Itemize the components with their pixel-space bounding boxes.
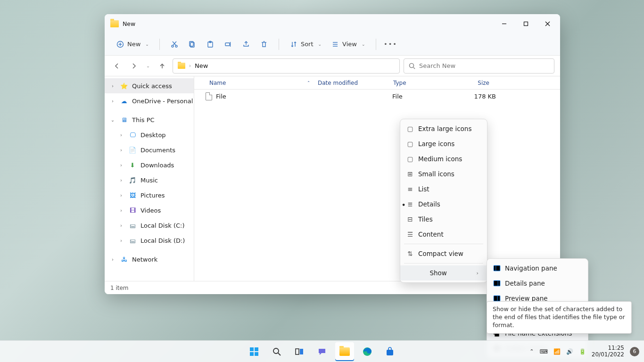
sidebar-item-label: Quick access	[132, 82, 172, 90]
menu-item-medium-icons[interactable]: ▢Medium icons	[400, 151, 487, 166]
sidebar-item-pictures[interactable]: ›🖼Pictures	[105, 188, 194, 203]
music-icon: 🎵	[128, 176, 137, 184]
svg-point-8	[175, 45, 177, 47]
taskbar-file-explorer[interactable]	[335, 342, 354, 361]
search-input[interactable]	[419, 62, 549, 69]
list-icon: ≡	[406, 185, 414, 193]
sidebar-item-quick-access[interactable]: › ⭐ Quick access	[105, 78, 194, 93]
tray-overflow[interactable]: ⌃	[529, 348, 534, 354]
sort-button[interactable]: Sort ⌄	[286, 37, 325, 52]
sidebar-item-this-pc[interactable]: ⌄ 🖥 This PC	[105, 112, 194, 127]
sidebar-item-label: Videos	[140, 207, 161, 214]
desktop-icon: 🖵	[128, 131, 137, 139]
menu-separator	[404, 263, 483, 263]
search-box[interactable]	[404, 58, 554, 74]
menu-item-show[interactable]: Show›	[400, 265, 487, 280]
separator	[279, 39, 279, 50]
titlebar: New	[105, 14, 560, 33]
paste-button[interactable]	[202, 37, 218, 52]
separator	[376, 39, 376, 50]
documents-icon: 📄	[128, 146, 137, 154]
sidebar-item-music[interactable]: ›🎵Music	[105, 173, 194, 188]
forward-button[interactable]	[127, 59, 140, 73]
menu-item-details-pane[interactable]: Details pane	[487, 276, 588, 291]
svg-rect-32	[250, 352, 254, 356]
view-button[interactable]: View ⌄	[327, 37, 369, 52]
share-button[interactable]	[238, 37, 254, 52]
copy-button[interactable]	[184, 37, 200, 52]
sidebar-item-c-drive[interactable]: ›🖴Local Disk (C:)	[105, 218, 194, 233]
new-button[interactable]: New ⌄	[112, 37, 153, 52]
file-explorer-window: New New ⌄ Sort ⌄ View ⌄ ••	[105, 14, 560, 294]
cut-button[interactable]	[166, 37, 182, 52]
taskbar-store[interactable]	[380, 342, 399, 361]
menu-item-compact-view[interactable]: ⇅Compact view	[400, 246, 487, 261]
notifications-badge[interactable]: 6	[630, 347, 639, 356]
file-area: Name⌃ Date modified Type Size File File …	[194, 76, 560, 281]
volume-icon[interactable]: 🔊	[566, 348, 573, 355]
chevron-right-icon: ›	[109, 99, 116, 104]
minimize-button[interactable]	[493, 14, 515, 33]
svg-rect-1	[524, 22, 528, 25]
up-button[interactable]	[156, 59, 169, 73]
close-button[interactable]	[537, 14, 558, 33]
sidebar-item-label: OneDrive - Personal	[132, 98, 193, 105]
clock-date: 20/01/2022	[592, 352, 624, 358]
menu-item-content[interactable]: ☰Content	[400, 227, 487, 242]
sidebar-item-network[interactable]: ›🖧Network	[105, 252, 194, 267]
view-label: View	[342, 41, 357, 48]
svg-rect-31	[255, 347, 258, 351]
maximize-button[interactable]	[515, 14, 537, 33]
taskbar-edge[interactable]	[358, 342, 377, 361]
file-row[interactable]: File File 178 KB	[194, 90, 560, 103]
menu-item-extra-large-icons[interactable]: ▢Extra large icons	[400, 121, 487, 136]
menu-item-small-icons[interactable]: ⊞Small icons	[400, 166, 487, 181]
menu-item-tiles[interactable]: ⊟Tiles	[400, 212, 487, 227]
sidebar-item-label: Pictures	[140, 192, 165, 199]
breadcrumb[interactable]: New	[195, 62, 208, 69]
battery-icon[interactable]: 🔋	[579, 348, 586, 355]
taskbar-task-view[interactable]	[290, 342, 309, 361]
taskbar-clock[interactable]: 11:25 20/01/2022	[592, 345, 624, 358]
column-type[interactable]: Type	[389, 80, 446, 86]
column-size[interactable]: Size	[446, 80, 493, 86]
more-button[interactable]: •••	[383, 37, 399, 52]
videos-icon: 🎞	[128, 206, 137, 214]
file-icon	[206, 92, 212, 100]
column-date[interactable]: Date modified	[314, 80, 389, 86]
network-icon: 🖧	[120, 255, 128, 263]
sidebar-item-videos[interactable]: ›🎞Videos	[105, 203, 194, 218]
back-button[interactable]	[110, 59, 124, 73]
sidebar-item-documents[interactable]: ›📄Documents	[105, 142, 194, 157]
svg-rect-36	[296, 349, 299, 354]
delete-button[interactable]	[256, 37, 272, 52]
menu-item-details[interactable]: ●≣Details	[400, 197, 487, 212]
svg-line-35	[278, 353, 281, 355]
address-bar[interactable]: › New	[173, 58, 400, 74]
chevron-right-icon: ›	[189, 63, 191, 68]
wifi-icon[interactable]: 📶	[553, 348, 561, 355]
menu-item-navigation-pane[interactable]: ✓Navigation pane	[487, 261, 588, 276]
taskbar-chat[interactable]	[313, 342, 331, 361]
svg-rect-33	[255, 352, 258, 356]
rename-button[interactable]	[220, 37, 236, 52]
svg-rect-30	[250, 347, 254, 351]
column-name[interactable]: Name⌃	[206, 80, 314, 86]
svg-line-10	[173, 41, 176, 45]
sidebar-item-desktop[interactable]: ›🖵Desktop	[105, 127, 194, 142]
taskbar: ⌃ ⌨ 📶 🔊 🔋 11:25 20/01/2022 6	[0, 340, 644, 362]
taskbar-search[interactable]	[267, 342, 286, 361]
sidebar-item-label: Downloads	[140, 162, 174, 169]
grid-icon: ▢	[406, 125, 414, 132]
sidebar-item-onedrive[interactable]: › ☁ OneDrive - Personal	[105, 93, 194, 108]
menu-item-list[interactable]: ≡List	[400, 181, 487, 197]
chevron-down-icon: ⌄	[109, 117, 116, 123]
pane-icon	[493, 279, 501, 288]
keyboard-icon[interactable]: ⌨	[540, 348, 548, 355]
separator	[159, 39, 160, 50]
sidebar-item-downloads[interactable]: ›⬇Downloads	[105, 157, 194, 173]
menu-item-large-icons[interactable]: ▢Large icons	[400, 136, 487, 151]
sidebar-item-d-drive[interactable]: ›🖴Local Disk (D:)	[105, 233, 194, 248]
start-button[interactable]	[245, 342, 264, 361]
recent-button[interactable]: ⌄	[144, 59, 152, 73]
